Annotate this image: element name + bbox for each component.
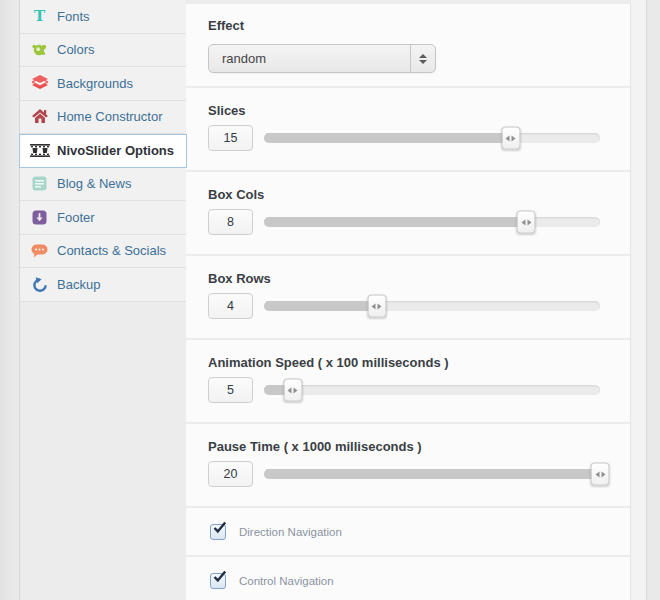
sidebar-item-colors[interactable]: Colors [20,34,186,68]
slider-fill [264,217,526,227]
section-box-cols: Box Cols [186,172,630,256]
handle-arrows-icon [595,471,599,477]
slider-handle[interactable] [517,211,536,234]
animation-speed-label: Animation Speed ( x 100 milliseconds ) [208,355,600,370]
blog-document-icon [29,176,50,191]
colors-icon [29,42,50,57]
slider-fill [264,133,511,143]
footer-download-icon [29,210,50,225]
section-animation-speed: Animation Speed ( x 100 milliseconds ) [186,340,630,424]
box-cols-label: Box Cols [208,187,600,202]
sidebar: T Fonts Colors [20,0,186,600]
direction-navigation-checkbox[interactable] [210,524,226,540]
pause-time-label: Pause Time ( x 1000 milliseconds ) [208,439,600,454]
section-pause-time: Pause Time ( x 1000 milliseconds ) [186,424,630,508]
control-navigation-label: Control Navigation [239,575,334,587]
slider-handle[interactable] [283,379,302,402]
slices-slider[interactable] [264,133,600,143]
control-navigation-checkbox[interactable] [210,573,226,589]
film-strip-icon [29,144,50,157]
checkmark-icon [212,521,226,535]
options-card-list: Effect random Slices [186,0,631,600]
sidebar-item-label: Blog & News [57,176,131,191]
right-gutter [631,0,660,600]
sidebar-item-nivoslider-options[interactable]: NivoSlider Options [19,134,187,168]
options-panel: Effect random Slices [186,0,660,600]
fonts-icon: T [29,9,50,24]
slider-fill [264,469,600,479]
scrollbar-track[interactable] [646,0,660,600]
section-slices: Slices [186,88,630,172]
sidebar-item-fonts[interactable]: T Fonts [20,0,186,34]
backup-undo-icon [29,277,50,292]
handle-arrows-icon [372,303,376,309]
section-box-rows: Box Rows [186,256,630,340]
pause-time-input[interactable] [208,461,253,487]
slider-handle[interactable] [501,127,520,150]
sidebar-item-blog-news[interactable]: Blog & News [20,168,186,202]
sidebar-item-label: Fonts [57,9,90,24]
handle-arrows-icon [288,387,292,393]
sidebar-item-label: Backup [57,277,100,292]
animation-speed-slider[interactable] [264,385,600,395]
section-direction-navigation: Direction Navigation [186,508,630,557]
slices-input[interactable] [208,125,253,151]
effect-select[interactable]: random [208,44,436,73]
left-rail [0,0,20,600]
effect-select-value: random [209,51,410,66]
theme-options-window: T Fonts Colors [0,0,660,600]
slices-label: Slices [208,103,600,118]
sidebar-item-backgrounds[interactable]: Backgrounds [20,67,186,101]
sidebar-item-label: Contacts & Socials [57,243,166,258]
speech-bubble-icon [29,244,50,258]
slider-handle[interactable] [367,295,386,318]
sidebar-item-footer[interactable]: Footer [20,201,186,235]
animation-speed-input[interactable] [208,377,253,403]
home-icon [29,109,50,124]
effect-label: Effect [208,18,600,33]
select-arrows-icon [410,45,435,72]
direction-navigation-label: Direction Navigation [239,526,342,538]
checkmark-icon [212,570,226,584]
box-rows-slider[interactable] [264,301,600,311]
slider-fill [264,301,377,311]
handle-arrows-icon [506,135,510,141]
sidebar-item-label: Footer [57,210,95,225]
sidebar-item-label: Home Constructor [57,109,162,124]
section-effect: Effect random [186,4,630,88]
box-cols-input[interactable] [208,209,253,235]
pause-time-slider[interactable] [264,469,600,479]
sidebar-item-home-constructor[interactable]: Home Constructor [20,101,186,135]
box-rows-label: Box Rows [208,271,600,286]
sidebar-item-label: Backgrounds [57,76,133,91]
backgrounds-icon [29,75,50,91]
sidebar-item-label: Colors [57,42,95,57]
sidebar-item-label: NivoSlider Options [57,143,174,158]
slider-handle[interactable] [591,463,610,486]
box-cols-slider[interactable] [264,217,600,227]
sidebar-item-backup[interactable]: Backup [20,268,186,302]
sidebar-item-contacts-socials[interactable]: Contacts & Socials [20,235,186,269]
box-rows-input[interactable] [208,293,253,319]
handle-arrows-icon [521,219,525,225]
section-control-navigation: Control Navigation [186,557,630,600]
